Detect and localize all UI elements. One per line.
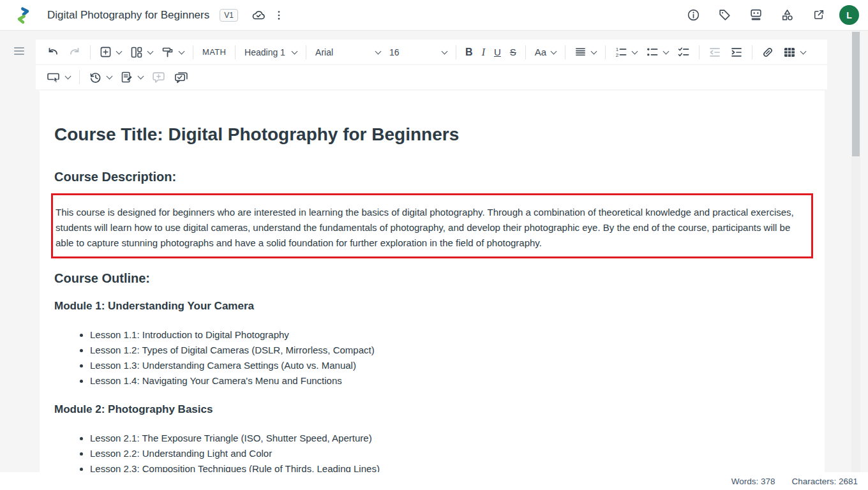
font-family-value: Arial bbox=[315, 47, 333, 57]
module-1-heading: Module 1: Understanding Your Camera bbox=[54, 299, 810, 313]
layout-button[interactable] bbox=[126, 43, 157, 62]
undo-icon bbox=[47, 46, 59, 59]
word-count: Words: 378 bbox=[731, 477, 775, 486]
chevron-down-icon bbox=[116, 48, 123, 54]
assistant-button[interactable] bbox=[745, 5, 766, 26]
cloud-check-icon bbox=[251, 9, 266, 22]
chevron-down-icon bbox=[107, 73, 113, 80]
app-window: Digital Photography for Beginners V1 bbox=[0, 0, 868, 490]
description-text: This course is designed for beginners wh… bbox=[56, 207, 794, 248]
link-icon bbox=[761, 46, 774, 59]
redo-icon bbox=[68, 46, 81, 59]
bullet-list-button[interactable] bbox=[641, 43, 673, 62]
select-region-button[interactable] bbox=[42, 68, 75, 87]
design-tools-button[interactable] bbox=[777, 5, 797, 26]
toolbar-divider bbox=[699, 45, 700, 59]
editor-canvas[interactable]: Course Title: Digital Photography for Be… bbox=[40, 91, 825, 472]
outdent-button[interactable] bbox=[704, 43, 726, 62]
add-comment-icon bbox=[152, 71, 165, 84]
bullet-list-icon bbox=[646, 46, 659, 59]
highlighted-description-paragraph[interactable]: This course is designed for beginners wh… bbox=[51, 193, 813, 258]
redo-button[interactable] bbox=[64, 43, 86, 62]
editor-toolbar: MATH Heading 1 Arial 16 B I U S Aa bbox=[36, 40, 827, 89]
checklist-icon bbox=[677, 46, 690, 59]
numbered-list-icon: 1 2 bbox=[615, 46, 627, 59]
outdent-icon bbox=[708, 46, 721, 59]
course-outline-heading: Course Outline: bbox=[54, 270, 810, 286]
tags-button[interactable] bbox=[714, 5, 735, 26]
paragraph-style-select[interactable]: Heading 1 bbox=[240, 43, 301, 62]
chevron-down-icon bbox=[551, 48, 557, 54]
module-2-lesson-list: Lesson 2.1: The Exposure Triangle (ISO, … bbox=[54, 431, 810, 472]
paragraph-style-value: Heading 1 bbox=[244, 47, 285, 57]
insert-block-button[interactable] bbox=[95, 43, 126, 62]
share-icon bbox=[812, 8, 825, 22]
text-options-button[interactable]: Aa bbox=[530, 43, 560, 62]
checklist-button[interactable] bbox=[673, 43, 694, 62]
chevron-down-icon bbox=[663, 48, 670, 54]
insert-block-icon bbox=[100, 46, 112, 58]
scrollbar-track[interactable] bbox=[851, 31, 860, 472]
format-painter-button[interactable] bbox=[157, 43, 188, 62]
chevron-down-icon bbox=[632, 48, 638, 54]
bold-button[interactable]: B bbox=[461, 43, 477, 62]
toolbar-divider bbox=[79, 70, 80, 84]
font-size-value: 16 bbox=[389, 47, 400, 57]
info-button[interactable] bbox=[683, 5, 703, 26]
undo-button[interactable] bbox=[42, 43, 64, 62]
more-options-button[interactable] bbox=[269, 5, 289, 26]
user-avatar[interactable]: L bbox=[839, 5, 859, 25]
list-item: Lesson 2.1: The Exposure Triangle (ISO, … bbox=[80, 431, 810, 446]
module-1-lesson-list: Lesson 1.1: Introduction to Digital Phot… bbox=[54, 327, 810, 389]
align-button[interactable] bbox=[570, 43, 601, 62]
version-badge[interactable]: V1 bbox=[220, 9, 238, 22]
list-menu-icon bbox=[13, 45, 26, 57]
notes-edit-button[interactable] bbox=[116, 68, 147, 87]
italic-button[interactable]: I bbox=[477, 43, 490, 62]
font-family-select[interactable]: Arial bbox=[311, 43, 385, 62]
strikethrough-button[interactable]: S bbox=[505, 43, 521, 62]
toolbar-divider bbox=[235, 45, 236, 59]
select-region-icon bbox=[47, 71, 61, 84]
indent-button[interactable] bbox=[726, 43, 747, 62]
font-size-select[interactable]: 16 bbox=[385, 43, 451, 62]
status-bar: Words: 378 Characters: 2681 bbox=[0, 472, 868, 490]
doc-edit-icon bbox=[121, 71, 133, 84]
math-button[interactable]: MATH bbox=[198, 43, 230, 62]
course-title-heading: Course Title: Digital Photography for Be… bbox=[54, 124, 810, 145]
chevron-down-icon bbox=[138, 73, 144, 80]
version-history-button[interactable] bbox=[84, 68, 116, 87]
list-item: Lesson 1.2: Types of Digital Cameras (DS… bbox=[80, 343, 810, 358]
underline-button[interactable]: U bbox=[490, 43, 505, 62]
chevron-down-icon bbox=[292, 48, 298, 54]
align-icon bbox=[574, 46, 587, 58]
kebab-menu-icon bbox=[273, 10, 285, 21]
document-title: Digital Photography for Beginners bbox=[47, 9, 209, 22]
info-icon bbox=[687, 8, 700, 22]
top-header: Digital Photography for Beginners V1 bbox=[0, 0, 868, 31]
cloud-sync-button[interactable] bbox=[248, 5, 269, 26]
chevron-down-icon bbox=[375, 48, 382, 54]
tag-icon bbox=[718, 8, 731, 22]
toolbar-divider bbox=[605, 45, 606, 59]
svg-text:2: 2 bbox=[616, 52, 619, 58]
scrollbar-thumb[interactable] bbox=[852, 32, 860, 156]
module-2-heading: Module 2: Photography Basics bbox=[54, 403, 810, 417]
toolbar-divider bbox=[456, 45, 456, 59]
history-icon bbox=[89, 71, 102, 84]
list-item: Lesson 1.1: Introduction to Digital Phot… bbox=[80, 327, 810, 343]
list-item: Lesson 2.3: Composition Techniques (Rule… bbox=[80, 461, 810, 472]
bot-icon bbox=[749, 8, 763, 22]
table-button[interactable] bbox=[779, 43, 810, 62]
numbered-list-button[interactable]: 1 2 bbox=[610, 43, 641, 62]
comments-panel-button[interactable] bbox=[170, 68, 193, 87]
toolbar-divider bbox=[525, 45, 526, 59]
chevron-down-icon bbox=[591, 48, 597, 54]
share-button[interactable] bbox=[808, 5, 828, 26]
list-item: Lesson 2.2: Understanding Light and Colo… bbox=[80, 446, 810, 461]
outline-toggle-button[interactable] bbox=[13, 45, 26, 57]
toolbar-divider bbox=[565, 45, 565, 59]
add-comment-button[interactable] bbox=[147, 68, 170, 87]
link-button[interactable] bbox=[757, 43, 779, 62]
chevron-down-icon bbox=[179, 48, 185, 54]
